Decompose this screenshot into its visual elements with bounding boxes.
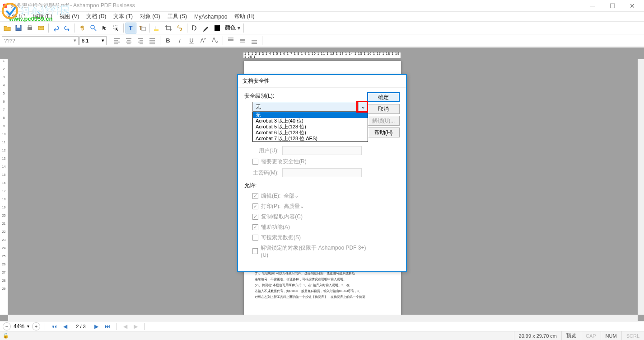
status-bar: 🔓 20.99 x 29.70 cm 预览 CAP NUM SCRL [0, 331, 644, 340]
dropdown-item-acrobat6[interactable]: Acrobat 6 以上(128 位) [253, 130, 368, 136]
text-box-icon[interactable]: T [137, 23, 148, 33]
nav-back-button[interactable]: ◀ [121, 323, 129, 330]
menu-document[interactable]: 文档 (D) [83, 12, 110, 21]
redo-icon[interactable] [62, 23, 73, 33]
menu-edit[interactable]: 编辑 (E) [29, 12, 56, 21]
vertical-scrollbar[interactable] [638, 59, 644, 315]
copy-extract-label: 复制/提取内容(C) [261, 213, 303, 221]
align-justify-icon[interactable] [147, 35, 158, 46]
highlight-icon[interactable]: T [152, 23, 163, 33]
bold-icon[interactable]: B [163, 35, 173, 46]
dialog-title: 文档安全性 [238, 75, 406, 88]
menu-myashampoo[interactable]: MyAshampoo [191, 13, 231, 21]
dropdown-item-acrobat3[interactable]: Acrobat 3 以上(40 位) [253, 118, 368, 124]
next-page-button[interactable]: ▶ [93, 323, 100, 330]
menu-text[interactable]: 文本 (T) [110, 12, 136, 21]
valign-middle-icon[interactable] [237, 35, 248, 46]
open-icon[interactable] [2, 23, 13, 33]
save-icon[interactable] [13, 23, 24, 33]
pen-icon[interactable] [201, 23, 211, 33]
mail-icon[interactable] [36, 23, 47, 33]
status-scrl: SCRL [621, 331, 644, 340]
text-edit-icon[interactable]: T [126, 23, 136, 33]
ok-button[interactable]: 确定 [367, 92, 400, 102]
svg-point-8 [91, 25, 94, 29]
svg-text:T: T [129, 24, 133, 32]
font-size-combo[interactable]: 8.1▾ [79, 36, 107, 45]
nav-forward-button[interactable]: ▶ [132, 323, 140, 330]
dropdown-item-acrobat7[interactable]: Acrobat 7 以上(128 位 AES) [253, 136, 368, 142]
menubar: 文件 (F) 编辑 (E) 视图 (V) 文档 (D) 文本 (T) 对象 (O… [0, 12, 644, 22]
lock-icon[interactable]: 🔓 [0, 333, 12, 339]
status-num: NUM [601, 331, 621, 340]
dropdown-item-acrobat5[interactable]: Acrobat 5 以上(128 位) [253, 124, 368, 130]
window-title: 财务用户操作说明书.pdf - Ashampoo PDF Business [11, 2, 583, 9]
dropdown-icon[interactable]: ▾ [236, 23, 242, 33]
arrow-icon[interactable] [99, 23, 110, 33]
prev-page-button[interactable]: ◀ [61, 323, 69, 330]
maximize-button[interactable]: ☐ [602, 0, 622, 11]
security-level-label: 安全级别(L): [244, 92, 367, 100]
align-center-icon[interactable] [123, 35, 134, 46]
need-change-security-checkbox [252, 159, 258, 165]
menu-tools[interactable]: 工具 (S) [164, 12, 191, 21]
svg-line-9 [94, 28, 96, 31]
security-level-combo[interactable]: 无 ⌄ 无 Acrobat 3 以上(40 位) Acrobat 5 以上(12… [252, 102, 367, 112]
object-select-icon[interactable] [111, 23, 121, 33]
allow-section-label: 允许: [244, 182, 367, 189]
security-level-dropdown: 无 Acrobat 3 以上(40 位) Acrobat 5 以上(128 位)… [252, 112, 368, 142]
document-text-line: 对可在左列上新工具样上面的第一个按钮【摘要库】，在摘要库上的第一个摘要 [255, 294, 390, 300]
document-security-dialog: 文档安全性 安全级别(L): 无 ⌄ 无 Acrobat 3 以上(40 位) … [237, 74, 407, 272]
align-left-icon[interactable] [112, 35, 122, 46]
svg-rect-15 [154, 29, 159, 31]
document-text-line: 若输入不规数据代号，如0100J一般差耗科目费，输入时输出0100J序号，3、 [255, 288, 390, 294]
last-page-button[interactable]: ⏭ [103, 323, 112, 330]
horizontal-ruler: 1 1 1 2 1 3 1 4 1 5 1 6 1 7 1 8 1 9 1 10… [243, 52, 401, 58]
superscript-icon[interactable]: A2 [198, 35, 209, 46]
valign-bottom-icon[interactable] [249, 35, 260, 46]
user-password-label: 用户(U): [252, 147, 279, 155]
navigation-bar: − 44% ▾ + ⏮ ◀ 2 / 3 ▶ ⏭ ◀ ▶ [0, 321, 644, 331]
app-icon [2, 3, 8, 9]
dropdown-item-none[interactable]: 无 [253, 112, 368, 118]
italic-icon[interactable]: I [174, 35, 185, 46]
svg-rect-5 [28, 27, 32, 30]
font-family-combo[interactable]: ????▾ [2, 36, 79, 45]
edit-combo: 全部⌄ [284, 192, 299, 200]
close-button[interactable]: ✕ [622, 0, 642, 11]
page-number-input[interactable]: 2 / 3 [72, 324, 90, 329]
status-cap: CAP [581, 331, 601, 340]
menu-file[interactable]: 文件 (F) [3, 12, 29, 21]
zoom-value: 44% [14, 323, 24, 330]
print-icon[interactable] [24, 23, 35, 33]
status-preview: 预览 [561, 331, 581, 340]
zoom-out-button[interactable]: − [3, 322, 11, 331]
crop-icon[interactable] [163, 23, 174, 33]
color-label: 颜色 [225, 24, 236, 32]
hand-icon[interactable] [77, 23, 88, 33]
color-swatch-icon[interactable] [212, 23, 223, 33]
minimize-button[interactable]: ─ [583, 0, 602, 11]
menu-object[interactable]: 对象 (O) [136, 12, 164, 21]
link-icon[interactable] [174, 23, 185, 33]
help-button[interactable]: 帮助(H) [367, 128, 400, 137]
master-password-input [282, 168, 362, 177]
subscript-icon[interactable]: A2 [210, 35, 220, 46]
valign-top-icon[interactable] [225, 35, 236, 46]
zoom-icon[interactable] [88, 23, 99, 33]
menu-help[interactable]: 帮助 (H) [231, 12, 258, 21]
menu-view[interactable]: 视图 (V) [56, 12, 83, 21]
first-page-button[interactable]: ⏮ [50, 323, 59, 330]
unlock-objects-label: 解锁锁定的对象(仅限于 Ashampoo PDF 3+)(U) [261, 244, 367, 258]
align-right-icon[interactable] [135, 35, 146, 46]
document-text-line: 连续编号，不需更改。但证券种，可根据情况在说明中输入说明。 [255, 276, 390, 282]
svg-rect-16 [215, 25, 220, 31]
print-checkbox [252, 203, 258, 209]
underline-icon[interactable]: U [186, 35, 197, 46]
accessibility-label: 辅助功能(A) [261, 223, 290, 231]
horizontal-scrollbar[interactable] [8, 315, 638, 321]
cancel-button[interactable]: 取消 [367, 104, 400, 114]
autoshape-icon[interactable] [189, 23, 200, 33]
undo-icon[interactable] [51, 23, 61, 33]
zoom-in-button[interactable]: + [32, 322, 40, 331]
